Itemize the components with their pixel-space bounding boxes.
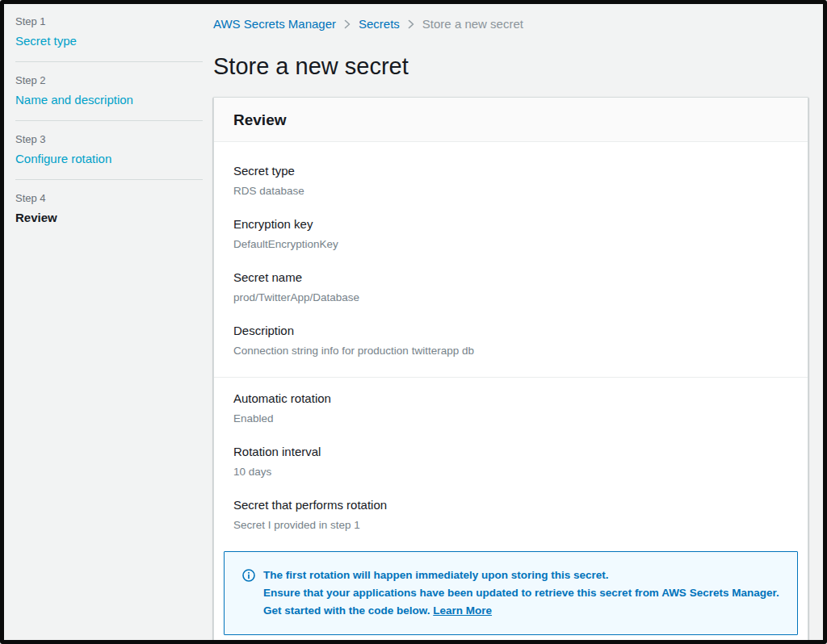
sidebar-item-step4: Step 4 Review <box>15 192 203 225</box>
sidebar-item-secret-type[interactable]: Secret type <box>15 34 77 48</box>
breadcrumb-current: Store a new secret <box>422 16 523 32</box>
sidebar-divider <box>15 120 203 121</box>
review-panel-title: Review <box>233 111 286 128</box>
main-content: AWS Secrets Manager Secrets Store a new … <box>213 4 823 640</box>
page-title: Store a new secret <box>213 52 808 80</box>
review-field-secret-name: Secret name prod/TwitterApp/Database <box>214 270 808 304</box>
section-divider <box>214 377 808 378</box>
sidebar-divider <box>15 61 203 62</box>
rotation-info-alert: The first rotation will happen immediate… <box>224 551 798 635</box>
review-field-rotation-interval: Rotation interval 10 days <box>214 445 808 479</box>
field-label: Automatic rotation <box>233 391 788 406</box>
field-value: DefaultEncryptionKey <box>233 237 788 251</box>
field-value: Connection string info for production tw… <box>233 344 788 358</box>
app-window: Step 1 Secret type Step 2 Name and descr… <box>0 0 827 644</box>
review-panel: Review Secret type RDS database Encrypti… <box>213 97 808 644</box>
alert-line2: Ensure that your applications have been … <box>263 584 784 620</box>
step-number: Step 4 <box>15 192 203 204</box>
sidebar-item-step3: Step 3 Configure rotation <box>15 133 203 166</box>
field-label: Encryption key <box>233 217 788 232</box>
wizard-steps-sidebar: Step 1 Secret type Step 2 Name and descr… <box>4 4 213 640</box>
alert-text: The first rotation will happen immediate… <box>263 567 784 620</box>
field-value: Enabled <box>233 412 788 425</box>
learn-more-link[interactable]: Learn More <box>433 604 492 617</box>
sidebar-divider <box>15 179 203 180</box>
field-label: Secret that performs rotation <box>233 498 788 512</box>
review-field-rotation-secret: Secret that performs rotation Secret I p… <box>214 498 808 532</box>
breadcrumb: AWS Secrets Manager Secrets Store a new … <box>213 16 808 32</box>
alert-line2-text: Ensure that your applications have been … <box>263 587 779 617</box>
field-label: Description <box>233 324 788 338</box>
breadcrumb-link-secrets-manager[interactable]: AWS Secrets Manager <box>213 16 336 32</box>
field-label: Secret name <box>233 270 788 285</box>
field-value: prod/TwitterApp/Database <box>233 291 788 304</box>
field-value: Secret I provided in step 1 <box>233 518 788 532</box>
review-field-description: Description Connection string info for p… <box>214 324 808 358</box>
review-field-encryption-key: Encryption key DefaultEncryptionKey <box>214 217 808 251</box>
alert-line1: The first rotation will happen immediate… <box>263 567 784 584</box>
field-value: 10 days <box>233 465 788 479</box>
step-number: Step 3 <box>15 133 203 145</box>
breadcrumb-chevron-icon <box>407 19 415 29</box>
review-panel-body: Secret type RDS database Encryption key … <box>214 142 808 643</box>
review-panel-header: Review <box>214 98 808 142</box>
sidebar-item-step2: Step 2 Name and description <box>15 74 203 107</box>
field-label: Secret type <box>233 164 788 178</box>
info-icon <box>242 569 255 582</box>
review-field-secret-type: Secret type RDS database <box>214 164 808 198</box>
sidebar-item-review-current: Review <box>15 211 57 224</box>
field-value: RDS database <box>233 184 788 198</box>
sidebar-item-step1: Step 1 Secret type <box>15 15 203 48</box>
step-number: Step 2 <box>15 74 203 86</box>
breadcrumb-chevron-icon <box>343 19 351 29</box>
sidebar-item-configure-rotation[interactable]: Configure rotation <box>15 152 111 165</box>
sidebar-item-name-description[interactable]: Name and description <box>15 93 133 107</box>
breadcrumb-link-secrets[interactable]: Secrets <box>359 16 400 32</box>
review-field-automatic-rotation: Automatic rotation Enabled <box>214 391 808 425</box>
field-label: Rotation interval <box>233 445 788 459</box>
step-number: Step 1 <box>15 15 203 27</box>
